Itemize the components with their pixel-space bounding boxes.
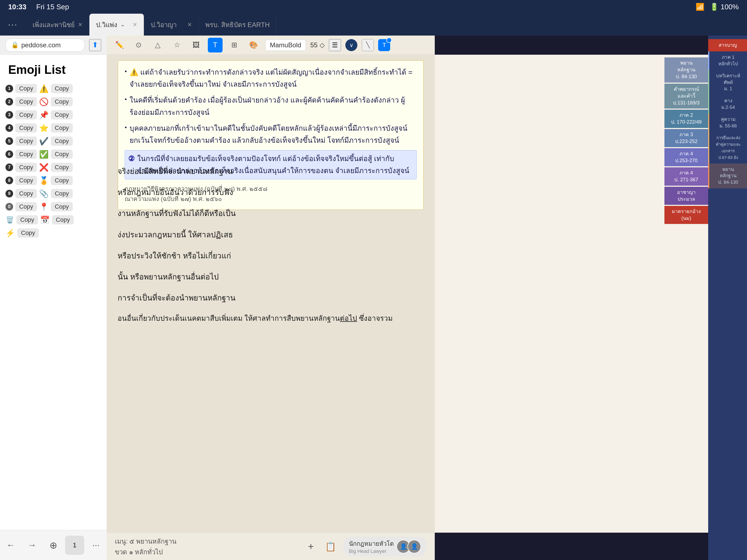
note-section-info: ขวด ๑ หลักทั่วไป — [115, 546, 299, 557]
nav-section-part2[interactable]: ภาค 2ป. 170-222/49 — [664, 110, 708, 128]
tab-criminal-procedure[interactable]: ป.วิอาญา ✕ — [144, 14, 199, 35]
nav-section-testimony[interactable]: คำพยากรณ์และคำวิ้ป.131-169/3 — [664, 84, 708, 109]
copy-button-10a[interactable]: Copy — [15, 202, 37, 211]
table-of-contents-label[interactable]: สารบาญ — [708, 39, 747, 51]
emoji-row-4: 4 Copy ⭐ Copy — [0, 121, 107, 134]
lasso-tool-button[interactable]: ⊙ — [131, 38, 146, 52]
tab-close-icon[interactable]: ✕ — [133, 21, 137, 28]
url-input[interactable]: 🔒 peddose.com — [5, 39, 85, 52]
doc-paragraph-7: การจำเป็นที่จะต้องนำพยานหลักฐาน — [118, 291, 424, 305]
tab-overflow[interactable]: ··· — [0, 14, 26, 35]
nav-section-criminal[interactable]: อาชาญาประมวล — [664, 187, 708, 205]
more-tool-button[interactable]: ⊞ — [227, 38, 242, 52]
chapter1-label: ภาค 1หลักทั่วไป — [718, 55, 738, 67]
nav-section-part3[interactable]: ภาค 3ป.223-252 — [664, 129, 708, 147]
tab-pencil-commerce[interactable]: เพิ่งและพานิชย์ ✕ — [26, 14, 89, 35]
copy-button-5b[interactable]: Copy — [51, 136, 73, 146]
copy-button-6a[interactable]: Copy — [15, 150, 37, 159]
copy-button-1a[interactable]: Copy — [15, 84, 37, 93]
copy-button-7b[interactable]: Copy — [51, 163, 73, 172]
back-button[interactable]: ← — [1, 536, 20, 555]
emoji-row-1: 1 Copy ⚠️ Copy — [0, 82, 107, 95]
emoji-hazard: ⚡ — [5, 229, 15, 238]
copy-button-1b[interactable]: Copy — [51, 84, 73, 93]
nav-section-cite[interactable]: มาตรายกอ้าง(นม) — [664, 206, 708, 224]
font-size-arrow[interactable]: ◇ — [319, 41, 325, 49]
copy-button-9b[interactable]: Copy — [51, 189, 73, 198]
strikethrough-button[interactable]: ╲ — [362, 39, 374, 51]
expand-button[interactable]: ∨ — [345, 39, 357, 51]
nav-section-part4a[interactable]: ภาค 4ป.253-270 — [664, 148, 708, 166]
note-menu-info: เมนู: ๕ พยานหลักฐาน — [115, 536, 299, 546]
filing-label: การยื่นและส่งคำคู่ความและเอกสารป.67-83 อ… — [716, 135, 741, 159]
color-tool-button[interactable]: 🎨 — [246, 38, 261, 52]
tab-civil-procedure[interactable]: ป.วิแพ่ง ⌄ ✕ — [89, 14, 144, 35]
nav-label: มาตรายกอ้าง(นม) — [672, 209, 701, 221]
sidebar-item-vocab[interactable]: บทวิเคราะห์ศัพท์ม. 1 — [708, 70, 747, 95]
copy-button-6b[interactable]: Copy — [51, 150, 73, 159]
font-name-display[interactable]: MamuBold — [265, 40, 306, 51]
copy-button-2b[interactable]: Copy — [51, 97, 73, 106]
nav-section-evidence[interactable]: พยานหลักฐานป. 84-130 — [664, 57, 708, 82]
text-tool-button[interactable]: T — [208, 38, 223, 52]
emoji-row-9: 9 Copy 📎 Copy — [0, 187, 107, 200]
row-number: 7 — [5, 163, 13, 171]
copy-button-hazard[interactable]: Copy — [17, 228, 39, 238]
tab-label: เพิ่งและพานิชย์ — [32, 19, 75, 30]
copy-button-cal[interactable]: Copy — [52, 215, 74, 225]
sidebar-item-evidence[interactable]: พยานหลักฐานป. 84-130 — [708, 163, 747, 188]
row-number: 4 — [5, 124, 13, 132]
doc-paragraph-3: งานหลักฐานที่รับฟังไม่ได้ก็ดีหรือเป็น — [118, 206, 424, 221]
nav-section-part4b[interactable]: ภาค 4ป. 271-367 — [664, 167, 708, 185]
emoji-warning: ⚠️ — [39, 84, 49, 93]
sidebar-item-sec2-54[interactable]: คางม.2-54 — [708, 95, 747, 113]
copy-button-4a[interactable]: Copy — [15, 123, 37, 133]
image-tool-button[interactable]: 🖼 — [189, 38, 203, 52]
star-tool-button[interactable]: ☆ — [170, 38, 184, 52]
emoji-green-check: ✅ — [39, 150, 49, 159]
chevron-down-icon[interactable]: ⌄ — [121, 22, 125, 28]
copy-button-4b[interactable]: Copy — [51, 123, 73, 133]
tab-close-icon[interactable]: ✕ — [187, 21, 192, 28]
copy-button-8a[interactable]: Copy — [15, 176, 37, 185]
bullet-text-1: ⚠️ แต่ถ้าจำเลยรับว่ากระทำการดังกล่าวจริง… — [130, 66, 417, 90]
text-style-badge[interactable]: T — [378, 39, 390, 51]
copy-button-2a[interactable]: Copy — [15, 97, 37, 106]
browser-bottom-nav: ← → ⊕ 1 ··· — [0, 530, 107, 560]
emoji-row-trash: 🗑️ Copy 📅 Copy — [0, 213, 107, 226]
battery-icon: 🔋 100% — [710, 3, 739, 11]
share-button[interactable]: ⬆ — [89, 39, 101, 51]
lawyer-info: นักกฎหมายหัวโต Big Head Lawyer — [349, 539, 394, 554]
copy-button-trash[interactable]: Copy — [17, 215, 38, 225]
bullet-marker: • — [125, 94, 127, 118]
evidence-label: พยานหลักฐานป. 84-130 — [718, 167, 738, 185]
add-content-button[interactable]: + — [304, 540, 318, 554]
text-align-button[interactable]: ☰ — [329, 39, 341, 51]
copy-button-3b[interactable]: Copy — [51, 110, 73, 120]
copy-button-9a[interactable]: Copy — [15, 189, 37, 198]
more-button[interactable]: ··· — [86, 536, 106, 555]
note-page-info: เมนู: ๕ พยานหลักฐาน ขวด ๑ หลักทั่วไป — [115, 536, 299, 557]
pencil-tool-button[interactable]: ✏️ — [112, 38, 127, 52]
copy-button-5a[interactable]: Copy — [15, 136, 37, 146]
clipboard-button[interactable]: 📋 — [323, 539, 338, 554]
forward-button[interactable]: → — [22, 536, 42, 555]
note-bottom-actions: + 📋 นักกฎหมายหัวโต Big Head Lawyer 👤 👤 — [304, 537, 427, 556]
tab-close-icon[interactable]: ✕ — [78, 21, 83, 28]
emoji-paperclip: 📎 — [39, 189, 49, 198]
copy-button-8b[interactable]: Copy — [51, 176, 73, 185]
wifi-icon: 📶 — [696, 3, 704, 11]
sidebar-item-chapter1[interactable]: ภาค 1หลักทั่วไป — [708, 51, 747, 70]
sidebar-item-filing[interactable]: การยื่นและส่งคำคู่ความและเอกสารป.67-83 อ… — [708, 132, 747, 163]
tab-patent[interactable]: พรบ. สิทธิบัตร EARTH — [199, 14, 277, 35]
copy-button-10b[interactable]: Copy — [51, 202, 73, 211]
new-tab-button[interactable]: ⊕ — [44, 536, 63, 555]
emoji-pushpin: 📌 — [39, 110, 49, 120]
sidebar-item-parties[interactable]: คู่ความม. 55-66 — [708, 113, 747, 132]
shapes-tool-button[interactable]: △ — [150, 38, 165, 52]
copy-button-7a[interactable]: Copy — [15, 163, 37, 172]
emoji-row-7: 7 Copy ❌ Copy — [0, 161, 107, 174]
page-count-button[interactable]: 1 — [65, 536, 84, 555]
row-number: 9 — [5, 190, 13, 198]
copy-button-3a[interactable]: Copy — [15, 110, 37, 120]
